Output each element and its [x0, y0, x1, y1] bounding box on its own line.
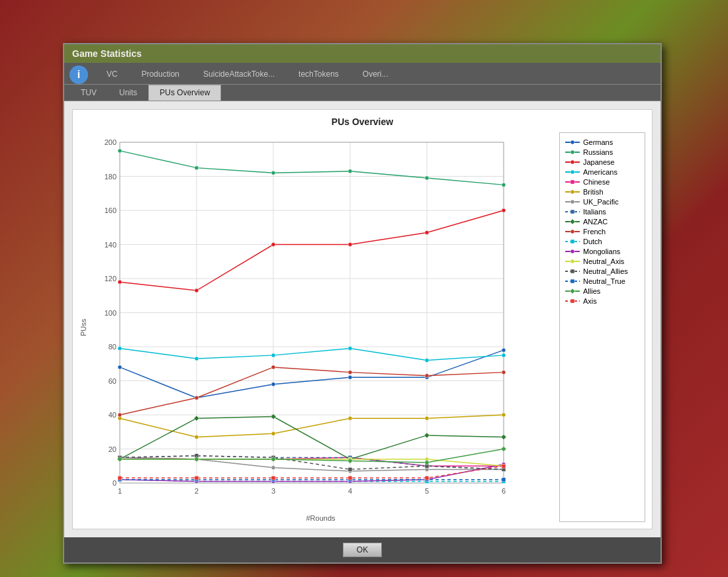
legend-swatch-icon: [565, 138, 580, 146]
chart-body: PUss 020406080100120140160180200123456 #…: [79, 132, 645, 522]
tab-overi[interactable]: Overi...: [357, 67, 394, 83]
chart-panel: PUs Overview PUss 0204060801001201401601…: [72, 109, 653, 529]
svg-text:2: 2: [195, 487, 199, 495]
svg-point-70: [502, 413, 506, 417]
svg-rect-146: [570, 180, 574, 184]
info-icon[interactable]: i: [69, 66, 88, 84]
legend-item-mongolians: Mongolians: [565, 247, 639, 255]
ok-button[interactable]: OK: [343, 543, 382, 557]
svg-point-67: [271, 431, 275, 435]
game-statistics-dialog: Game Statistics i VC Production SuicideA…: [63, 43, 662, 564]
chart-svg-wrapper: 020406080100120140160180200123456: [90, 132, 551, 511]
legend-swatch-icon: [565, 287, 580, 295]
legend-label: Chinese: [583, 178, 610, 186]
legend-item-germans: Germans: [565, 138, 639, 146]
svg-point-150: [570, 200, 574, 204]
svg-point-46: [502, 183, 506, 187]
legend-swatch-icon: [565, 277, 580, 285]
legend-label: Neutral_True: [583, 277, 625, 285]
svg-rect-134: [348, 476, 352, 480]
legend-swatch-icon: [565, 148, 580, 156]
svg-text:100: 100: [105, 309, 116, 317]
svg-point-91: [271, 365, 275, 369]
y-axis-label: PUss: [79, 132, 87, 522]
legend-label: Axis: [583, 297, 597, 305]
svg-rect-164: [570, 269, 574, 273]
legend-swatch-icon: [565, 228, 580, 236]
svg-rect-133: [271, 476, 275, 480]
tab-tuv[interactable]: TUV: [69, 85, 108, 101]
dialog-title: Game Statistics: [64, 44, 660, 63]
svg-point-90: [195, 396, 199, 400]
svg-text:20: 20: [109, 445, 116, 453]
svg-rect-124: [502, 478, 506, 482]
svg-point-51: [425, 230, 429, 234]
legend-swatch-icon: [565, 247, 580, 255]
svg-marker-88: [501, 434, 506, 439]
svg-point-138: [570, 140, 574, 144]
svg-point-160: [570, 249, 574, 253]
svg-point-50: [348, 243, 352, 247]
svg-text:180: 180: [105, 173, 116, 181]
legend-label: Germans: [583, 138, 613, 146]
svg-point-148: [570, 190, 574, 194]
legend-item-americans: Americans: [565, 168, 639, 176]
svg-text:80: 80: [109, 343, 116, 351]
svg-point-162: [570, 259, 574, 263]
tab-units[interactable]: Units: [108, 85, 148, 101]
legend-item-allies: Allies: [565, 287, 639, 295]
svg-point-48: [195, 288, 199, 292]
tab-pus-overview[interactable]: PUs Overview: [148, 85, 221, 101]
legend-swatch-icon: [565, 198, 580, 206]
dialog-footer: OK: [64, 537, 660, 562]
legend-swatch-icon: [565, 267, 580, 275]
svg-point-94: [502, 371, 506, 375]
svg-point-69: [425, 416, 429, 420]
tab-suicide-attack[interactable]: SuicideAttackToke...: [198, 67, 280, 83]
legend-label: Neutral_Allies: [583, 267, 628, 275]
legend-label: UK_Pacific: [583, 198, 619, 206]
svg-marker-168: [570, 288, 575, 294]
svg-point-37: [271, 382, 275, 386]
legend-swatch-icon: [565, 188, 580, 196]
legend-item-neutral_true: Neutral_True: [565, 277, 639, 285]
legend-item-anzac: ANZAC: [565, 218, 639, 226]
legend-item-french: French: [565, 228, 639, 236]
legend-item-neutral_axis: Neutral_Axis: [565, 257, 639, 265]
svg-rect-158: [570, 240, 574, 244]
svg-point-44: [348, 169, 352, 173]
legend-label: Japanese: [583, 158, 615, 166]
legend-swatch-icon: [565, 168, 580, 176]
svg-point-55: [271, 353, 275, 357]
legend-swatch-icon: [565, 238, 580, 245]
tab-vc[interactable]: VC: [101, 67, 123, 83]
svg-text:0: 0: [113, 479, 116, 487]
svg-text:3: 3: [271, 487, 275, 495]
legend-item-uk_pacific: UK_Pacific: [565, 198, 639, 206]
svg-text:200: 200: [105, 138, 116, 146]
svg-point-93: [425, 374, 429, 378]
svg-marker-87: [424, 433, 430, 438]
svg-point-45: [425, 176, 429, 180]
legend-swatch-icon: [565, 208, 580, 216]
legend-item-dutch: Dutch: [565, 238, 639, 245]
svg-point-58: [502, 353, 506, 357]
svg-rect-170: [570, 299, 574, 303]
svg-rect-135: [425, 476, 429, 480]
tab-production[interactable]: Production: [136, 67, 185, 83]
svg-point-43: [271, 171, 275, 175]
legend-item-neutral_allies: Neutral_Allies: [565, 267, 639, 275]
svg-rect-166: [570, 279, 574, 283]
chart-legend: GermansRussiansJapaneseAmericansChineseB…: [559, 132, 645, 522]
legend-label: Allies: [583, 287, 600, 295]
svg-point-52: [502, 208, 506, 212]
legend-label: Russians: [583, 148, 613, 156]
legend-item-chinese: Chinese: [565, 178, 639, 186]
svg-rect-152: [570, 210, 574, 214]
tab-tech-tokens[interactable]: techTokens: [293, 67, 344, 83]
svg-point-66: [195, 435, 199, 439]
legend-label: Americans: [583, 168, 617, 176]
chart-title: PUs Overview: [332, 116, 393, 127]
chart-content: PUs Overview PUss 0204060801001201401601…: [64, 101, 660, 537]
svg-point-140: [570, 150, 574, 154]
